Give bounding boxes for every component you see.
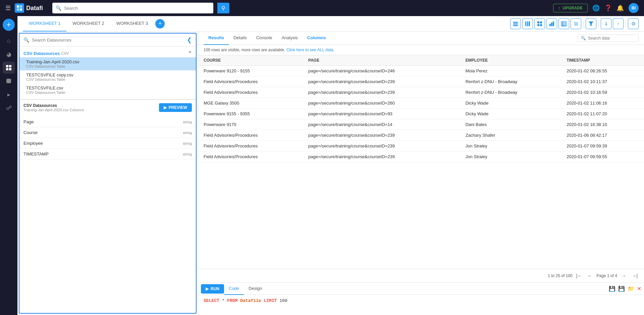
upgrade-button[interactable]: ↑ UPGRADE	[553, 4, 588, 12]
sql-keyword-from: FROM	[227, 298, 237, 303]
toolbar-separator-2	[598, 20, 599, 27]
split-area: 🔍 ❮ CSV Datasources CSV ⌃ Training-Jan-A…	[17, 32, 644, 315]
toolbar-separator	[583, 20, 584, 27]
sql-keyword-limit: LIMIT	[264, 298, 277, 303]
table-view-button[interactable]	[558, 18, 569, 29]
data-table-wrap: COURSE PAGE EMPLOYEE TIMESTAMP Powerware…	[198, 55, 644, 269]
svg-rect-9	[513, 22, 518, 23]
table-row: Field Advisories/Procedurespage=/secure/…	[198, 141, 644, 151]
toolbar-separator-3	[626, 20, 626, 27]
avatar[interactable]: BI	[629, 3, 639, 13]
sidebar-item-shield[interactable]: ☍	[3, 102, 15, 114]
query-tab-code[interactable]: Code	[224, 283, 244, 295]
grid-view-button[interactable]	[534, 18, 545, 29]
datasource-search-input[interactable]	[32, 38, 184, 43]
result-tab-columns[interactable]: Columns	[303, 32, 331, 45]
run-play-icon: ▶	[206, 287, 209, 291]
worksheet-tab-3[interactable]: WORKSHEET 3	[110, 16, 154, 32]
col-header-employee: EMPLOYEE	[460, 55, 561, 66]
close-query-button[interactable]: ✕	[637, 286, 641, 292]
last-page-button[interactable]: →|	[631, 272, 639, 280]
pagination: 1 to 25 of 100 |← ← Page 1 of 4 → →|	[198, 269, 644, 282]
preview-button[interactable]: ▶ PREVIEW	[159, 103, 192, 112]
sql-wildcard: *	[222, 298, 227, 303]
add-worksheet-button[interactable]: +	[155, 19, 165, 28]
svg-rect-2	[17, 8, 19, 11]
run-button[interactable]: ▶ RUN	[201, 284, 224, 294]
toolbar-right: ⧉ ⇓ ↑ ⚙	[510, 18, 639, 29]
filter-button[interactable]: ⚲	[217, 3, 229, 13]
notifications-icon[interactable]: 🔔	[616, 4, 624, 12]
settings-button[interactable]: ⚙	[628, 18, 639, 29]
left-panel: 🔍 ❮ CSV Datasources CSV ⌃ Training-Jan-A…	[19, 33, 197, 314]
svg-rect-3	[20, 8, 22, 11]
search-input[interactable]	[64, 6, 210, 11]
result-tab-analysis[interactable]: Analysis	[277, 32, 302, 45]
query-tab-design[interactable]: Design	[244, 283, 267, 295]
top-navigation: ☰ Datafi 🔍 ⚲ ↑ UPGRADE 🌐 ❓ 🔔 BI	[0, 0, 644, 16]
result-tab-results[interactable]: Results	[204, 32, 229, 45]
result-tab-console[interactable]: Console	[252, 32, 277, 45]
datasource-item-0[interactable]: Training-Jan-April-2020.csv CSV Datasour…	[19, 57, 196, 70]
download-button[interactable]: ⇓	[601, 18, 611, 29]
save-query-button[interactable]: 💾	[609, 286, 615, 292]
svg-marker-27	[589, 21, 593, 26]
svg-rect-10	[513, 23, 518, 24]
hamburger-menu-icon[interactable]: ☰	[5, 4, 11, 12]
next-page-button[interactable]: →	[620, 272, 628, 280]
datasource-group: CSV Datasources CSV ⌃ Training-Jan-April…	[19, 47, 196, 100]
svg-rect-5	[9, 65, 11, 67]
sidebar-item-compass[interactable]: ◕	[3, 48, 15, 60]
save-as-query-button[interactable]: 💾	[618, 286, 625, 292]
datasource-item-1[interactable]: TESTCSVFILE copy.csv CSV Datasources Tab…	[19, 70, 196, 83]
svg-rect-6	[6, 68, 8, 70]
worksheet-tab-2[interactable]: WORKSHEET 2	[66, 16, 110, 32]
svg-rect-18	[540, 24, 542, 26]
search-icon: 🔍	[56, 5, 61, 11]
collapse-panel-button[interactable]: ❮	[187, 36, 192, 44]
add-button[interactable]: +	[3, 19, 15, 31]
column-view-button[interactable]	[522, 18, 533, 29]
result-search-input[interactable]	[588, 36, 635, 41]
svg-rect-13	[527, 21, 528, 26]
upload-button[interactable]: ↑	[613, 18, 624, 29]
table-row: Powerware 9120 - 9155page=/secure/traini…	[198, 66, 644, 76]
table-row: Field Advisories/Procedurespage=/secure/…	[198, 151, 644, 162]
svg-rect-1	[20, 5, 22, 8]
expand-button[interactable]: ⧉	[571, 18, 581, 29]
svg-rect-17	[537, 24, 539, 26]
help-icon[interactable]: ❓	[604, 4, 612, 12]
table-row: Powerware 9155 - 9355page=/secure/traini…	[198, 109, 644, 119]
sidebar-item-grid[interactable]	[3, 62, 15, 74]
field-item-3: TIMESTAMP string	[19, 149, 196, 160]
result-tab-details[interactable]: Details	[229, 32, 252, 45]
sidebar-item-chart[interactable]: ▸	[3, 88, 15, 101]
field-item-0: Page string	[19, 117, 196, 127]
sidebar-item-home[interactable]: ⌂	[3, 35, 15, 47]
preview-info: CSV Datasources Training-Jan-April-2020.…	[23, 103, 159, 112]
see-all-data-link[interactable]: Click here to see ALL data.	[286, 48, 334, 52]
datasource-item-2[interactable]: TESTCSVFILE.csv CSV Datasources Table	[19, 83, 196, 97]
svg-rect-21	[553, 21, 554, 26]
field-item-1: Course string	[19, 127, 196, 138]
table-row: Field Advisories/Procedurespage=/secure/…	[198, 130, 644, 141]
query-bar: ▶ RUN Code Design 💾 💾 📁 ✕ SELE	[198, 282, 644, 315]
row-view-button[interactable]	[510, 18, 521, 29]
results-header: 100 rows are visible, more rows are avai…	[198, 45, 644, 55]
chart-view-button[interactable]	[546, 18, 557, 29]
main-layout: + ⌂ ◕ ▸ ☍ WORKSHEET 1 WORKSHEET 2 WORKSH…	[0, 16, 644, 315]
filter-data-button[interactable]	[586, 18, 596, 29]
play-icon: ▶	[164, 105, 167, 110]
worksheet-tab-1[interactable]: WORKSHEET 1	[23, 16, 66, 32]
datasource-group-header[interactable]: CSV Datasources CSV ⌃	[19, 49, 196, 57]
prev-page-button[interactable]: ←	[586, 272, 594, 280]
logo-text: Datafi	[26, 5, 43, 12]
svg-rect-20	[551, 22, 552, 26]
open-query-button[interactable]: 📁	[628, 286, 634, 292]
sidebar-item-database[interactable]	[3, 75, 15, 87]
first-page-button[interactable]: |←	[575, 272, 583, 280]
datasource-search: 🔍 ❮	[19, 34, 196, 47]
globe-icon[interactable]: 🌐	[592, 4, 600, 12]
topnav-right: ↑ UPGRADE 🌐 ❓ 🔔 BI	[553, 3, 639, 13]
query-editor[interactable]: SELECT * FROM Datafile LIMIT 100	[198, 295, 644, 315]
